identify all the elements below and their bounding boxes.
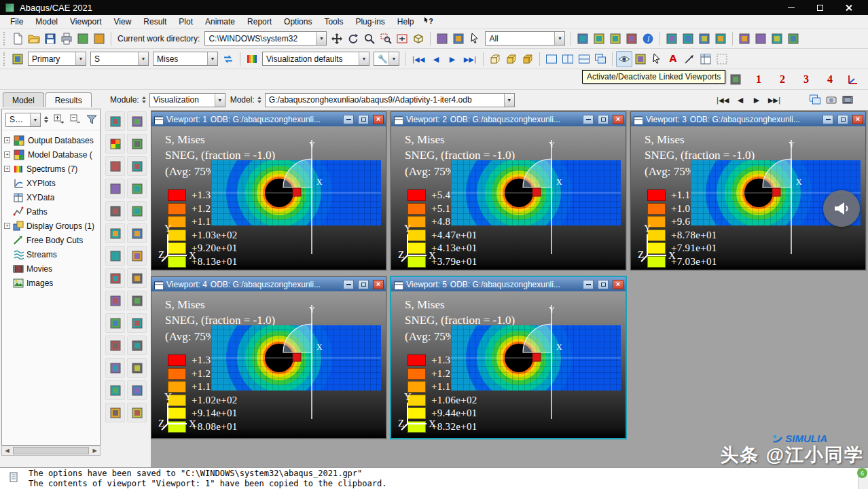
viewport-number-1[interactable]: 1: [756, 73, 761, 86]
text-annotation-icon[interactable]: A: [665, 51, 681, 67]
scroll-thumb[interactable]: [13, 447, 89, 454]
viewport-maximize-button[interactable]: [837, 115, 848, 124]
xy-create-icon[interactable]: [105, 291, 125, 310]
viewport-maximize-button[interactable]: [358, 280, 369, 289]
go-last-icon[interactable]: ▶▶|: [460, 51, 480, 67]
viewport-close-button[interactable]: ×: [852, 115, 863, 124]
tree-item-display-groups-1-[interactable]: +Display Groups (1): [4, 219, 100, 233]
anim-last-icon[interactable]: ▶▶|: [765, 92, 784, 108]
result-field-icon[interactable]: [105, 201, 125, 221]
contour-options-icon[interactable]: [105, 156, 125, 176]
stream-create-icon[interactable]: [127, 313, 147, 333]
animate-time-icon[interactable]: [105, 223, 125, 243]
toolbar-grip[interactable]: [3, 52, 7, 66]
section-cut-icon[interactable]: [127, 268, 147, 288]
sync-field-icon[interactable]: [220, 51, 236, 67]
viewport-close-button[interactable]: ×: [613, 115, 623, 124]
viewport-titlebar[interactable]: Viewport: 1 ODB: G:/abaquszonghexunli...…: [151, 112, 386, 126]
info-icon[interactable]: i: [640, 31, 656, 47]
session-save-icon[interactable]: [75, 31, 91, 47]
allow-multiple-states-icon[interactable]: [105, 268, 125, 288]
copy-viewport-icon[interactable]: [575, 31, 591, 47]
view-cut-manager-icon[interactable]: [127, 336, 147, 355]
tree-item-xyplots[interactable]: XYPlots: [4, 176, 100, 190]
render-hidden-icon[interactable]: [680, 31, 696, 47]
viewport-2[interactable]: Viewport: 2 ODB: G:/abaquszonghexunli...…: [391, 111, 626, 270]
expand-icon[interactable]: +: [4, 151, 10, 158]
tree-item-paths[interactable]: Paths: [4, 204, 100, 219]
viewport-minimize-button[interactable]: [343, 280, 354, 289]
menu-view[interactable]: View: [108, 16, 138, 28]
tree-item-output-databases[interactable]: +Output Databases: [4, 133, 100, 147]
magnify-icon[interactable]: [361, 31, 378, 47]
session-spinner[interactable]: [44, 116, 48, 123]
plugin-lightning-icon[interactable]: [753, 31, 769, 47]
defaults-tool-combo[interactable]: 🔧▼: [374, 52, 399, 66]
tree-item-spectrums-7-[interactable]: +Spectrums (7): [4, 162, 100, 176]
viewport-minimize-button[interactable]: [583, 115, 594, 124]
menu-help[interactable]: Help: [391, 16, 420, 28]
open-file-icon[interactable]: [26, 31, 42, 47]
menu-viewport[interactable]: Viewport: [64, 16, 107, 28]
render-shaded-icon[interactable]: [696, 31, 712, 47]
spectrum-manager-icon[interactable]: [105, 380, 125, 400]
common-options-icon[interactable]: [127, 179, 147, 198]
options-grid-icon[interactable]: [714, 51, 730, 67]
menu-options[interactable]: Options: [278, 16, 318, 28]
viewport-maximize-button[interactable]: [598, 115, 609, 124]
viewport-3[interactable]: Viewport: 3 ODB: G:/abaquszonghexunli...…: [630, 111, 866, 270]
viewport-titlebar[interactable]: Viewport: 3 ODB: G:/abaquszonghexunli...…: [631, 112, 865, 126]
tree-item-streams[interactable]: Streams: [4, 247, 100, 261]
viewport-close-button[interactable]: ×: [373, 280, 384, 289]
pointer-icon[interactable]: [467, 31, 483, 47]
path-create-icon[interactable]: [105, 313, 125, 333]
render-filled-icon[interactable]: [712, 31, 729, 47]
toolbar-grip[interactable]: [3, 32, 7, 46]
viewport-4[interactable]: Viewport: 4 ODB: G:/abaquszonghexunli...…: [151, 276, 386, 439]
viewport-minimize-button[interactable]: [343, 115, 354, 124]
menu-model[interactable]: Model: [29, 16, 64, 28]
viewport-canvas[interactable]: S, MisesSNEG, (fraction = -1.0)(Avg: 75%…: [151, 126, 386, 270]
viewport-canvas[interactable]: S, MisesSNEG, (fraction = -1.0)(Avg: 75%…: [151, 291, 386, 438]
go-first-icon[interactable]: |◀◀: [409, 51, 428, 67]
viewport-titlebar[interactable]: Viewport: 2 ODB: G:/abaquszonghexunli...…: [391, 112, 626, 126]
close-odb-icon[interactable]: [736, 31, 753, 47]
viewport-number-2[interactable]: 2: [780, 73, 785, 86]
new-file-icon[interactable]: [10, 31, 26, 47]
announcement-button[interactable]: [823, 190, 860, 227]
viewport-crop-icon[interactable]: [591, 31, 607, 47]
tree-item-images[interactable]: Images: [4, 276, 100, 290]
result-step-icon[interactable]: [127, 201, 147, 221]
viewport-1[interactable]: Viewport: 1 ODB: G:/abaquszonghexunli...…: [151, 111, 386, 270]
menu-tools[interactable]: Tools: [318, 16, 349, 28]
module-spinner[interactable]: [142, 96, 146, 103]
symbol-options-icon[interactable]: [127, 156, 147, 176]
expand-icon[interactable]: +: [4, 166, 10, 172]
annotation-manager-icon[interactable]: [632, 51, 649, 67]
animate-harmonic-icon[interactable]: [105, 246, 125, 266]
plot-contour-icon[interactable]: [105, 134, 125, 153]
cycle-views-icon[interactable]: [410, 31, 427, 47]
context-help-icon[interactable]: ?: [420, 14, 437, 30]
view-front-icon[interactable]: [503, 51, 520, 67]
minimize-button[interactable]: [777, 0, 806, 15]
tree-item-xydata[interactable]: XYData: [4, 190, 100, 204]
visualization-defaults-combo[interactable]: Visualization defaults▼: [262, 52, 369, 66]
menu-file[interactable]: File: [4, 16, 29, 28]
color-code-icon[interactable]: [607, 31, 623, 47]
menu-plug-ins[interactable]: Plug-ins: [349, 16, 391, 28]
viewport-close-button[interactable]: ×: [613, 280, 623, 289]
tree-item-free-body-cuts[interactable]: Free Body Cuts: [4, 233, 100, 247]
plot-undeformed-icon[interactable]: [105, 111, 125, 131]
tab-model[interactable]: Model: [3, 92, 44, 107]
viewport-5[interactable]: Viewport: 5 ODB: G:/abaquszonghexunli...…: [391, 276, 626, 439]
linked-viewports-icon[interactable]: [616, 51, 632, 67]
maximize-button[interactable]: [806, 0, 834, 15]
model-combo[interactable]: G:/abaquszonghexunliao/abaqus9/Adaptivit…: [265, 93, 515, 107]
anim-next-icon[interactable]: ▶: [748, 92, 765, 108]
duplicate-viewport-icon[interactable]: [807, 92, 823, 108]
film-icon[interactable]: [839, 92, 856, 108]
scroll-left-icon[interactable]: ◀: [2, 448, 12, 454]
render-beauty-icon[interactable]: [623, 31, 640, 47]
tree-item-model-database-[interactable]: +Model Database (: [4, 147, 100, 162]
